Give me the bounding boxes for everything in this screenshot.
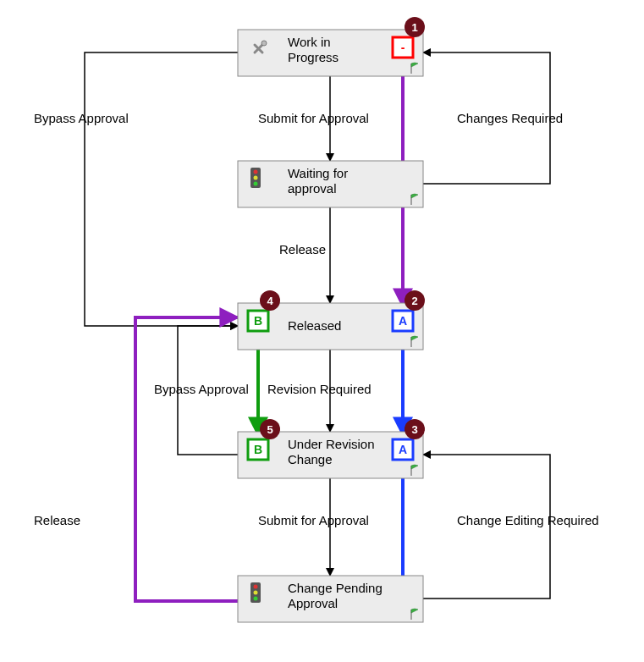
badge-5: 5 [260, 419, 280, 439]
svg-text:-: - [401, 41, 405, 54]
badge-3: 3 [405, 419, 425, 439]
svg-text:3: 3 [411, 423, 417, 436]
edge-label-changes: Changes Required [457, 111, 563, 125]
label-released-1: Released [288, 318, 341, 333]
edge-label-release1: Release [279, 242, 326, 257]
badge-1: 1 [405, 17, 425, 37]
label-waiting-1: Waiting for [288, 166, 348, 180]
edge-bypass-approval-1 [85, 52, 238, 326]
svg-point-36 [254, 591, 258, 595]
svg-point-37 [254, 597, 258, 601]
node-waiting-for-approval: Waiting for approval [238, 161, 423, 207]
node-work-in-progress: Work in Progress - 1 [238, 17, 425, 76]
revbox-under-B: B [248, 439, 268, 460]
revbox-released-B: B [248, 311, 268, 331]
svg-point-9 [254, 170, 258, 174]
label-wip-2: Progress [288, 50, 339, 64]
svg-text:B: B [254, 443, 262, 456]
edge-label-submit2: Submit for Approval [258, 513, 369, 527]
svg-text:2: 2 [411, 295, 417, 307]
label-waiting-2: approval [288, 181, 337, 196]
traffic-light-icon [250, 582, 261, 603]
label-under-1: Under Revision [288, 437, 375, 451]
svg-point-35 [254, 585, 258, 589]
workflow-diagram: Submit for Approval Release Revision Req… [0, 0, 644, 662]
svg-text:B: B [254, 314, 262, 328]
svg-point-10 [254, 176, 258, 180]
edge-label-editreq: Change Editing Required [457, 513, 599, 527]
edge-label-release2: Release [34, 513, 80, 527]
node-released: Released B 4 A 2 [238, 290, 425, 350]
svg-point-1 [261, 41, 267, 46]
label-under-2: Change [288, 452, 333, 466]
label-pending-2: Approval [288, 596, 338, 610]
revbox-under-A: A [393, 439, 413, 460]
traffic-light-icon [250, 168, 261, 188]
label-pending-1: Change Pending [288, 581, 383, 595]
edge-label-bypass1: Bypass Approval [34, 111, 129, 125]
svg-point-11 [254, 182, 258, 186]
svg-text:A: A [399, 314, 407, 328]
revbox-wip-dash: - [393, 37, 413, 58]
edge-label-revreq: Revision Required [267, 382, 372, 396]
svg-text:1: 1 [411, 21, 417, 34]
node-under-revision-change: Under Revision Change B 5 A 3 [238, 419, 425, 478]
node-change-pending-approval: Change Pending Approval [238, 576, 423, 622]
badge-2: 2 [405, 290, 425, 311]
svg-text:4: 4 [267, 295, 273, 307]
edge-label-bypass2: Bypass Approval [154, 382, 249, 396]
edge-label-submit1: Submit for Approval [258, 111, 369, 125]
label-wip-1: Work in [288, 35, 331, 49]
revbox-released-A: A [393, 311, 413, 331]
svg-text:A: A [399, 443, 407, 456]
badge-4: 4 [260, 290, 280, 311]
svg-text:5: 5 [267, 423, 272, 436]
